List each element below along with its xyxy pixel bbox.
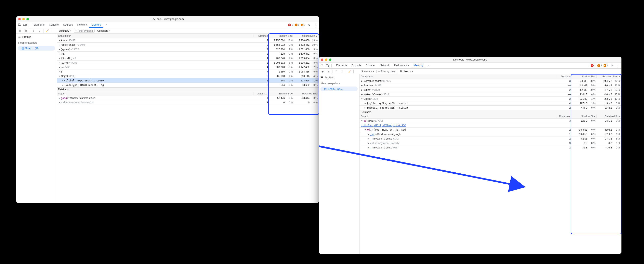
gc-icon[interactable]: 🧹 bbox=[347, 70, 352, 73]
tab-sources[interactable]: Sources bbox=[364, 63, 378, 68]
disclosure-triangle-icon[interactable] bbox=[58, 97, 60, 99]
tab-elements[interactable]: Elements bbox=[32, 22, 46, 28]
constructor-row[interactable]: (object shape) ×3040421 555 0329 %1 592 … bbox=[57, 43, 319, 47]
source-link[interactable]: c,dtl0hd,eHDfl,YV5bee,d,csi:753 bbox=[360, 124, 556, 127]
col-retained[interactable]: Retained Size bbox=[294, 92, 319, 95]
minimize-icon[interactable] bbox=[325, 58, 328, 61]
snapshot-item[interactable]: ▤ Snap… (16.… bbox=[18, 46, 55, 50]
kebab-icon[interactable]: ⋮ bbox=[616, 63, 620, 68]
titlebar[interactable]: DevTools - www.google.com/ bbox=[319, 57, 622, 62]
tab-network[interactable]: Network bbox=[75, 22, 89, 28]
col-distance[interactable]: Distance bbox=[556, 75, 572, 78]
disclosure-triangle-icon[interactable] bbox=[58, 44, 60, 46]
clear-icon[interactable]: ⊘ bbox=[326, 70, 331, 73]
constructor-row[interactable]: {global, exportPath_, CLOSU24440 %173 52… bbox=[57, 78, 319, 83]
constructor-row[interactable]: {NodeType, HtmlElement, Tag35040 %53 632… bbox=[57, 83, 319, 87]
disclosure-triangle-icon[interactable] bbox=[58, 75, 60, 77]
retainer-row[interactable]: Xd in {FOc, HOa, VC, jo, Sbd298.3 kB0 %6… bbox=[360, 128, 622, 132]
inspect-icon[interactable] bbox=[18, 23, 22, 27]
col-constructor[interactable]: Constructor bbox=[360, 75, 556, 78]
upload-icon[interactable]: ⤴ bbox=[31, 30, 36, 32]
gear-icon[interactable]: ⚙ bbox=[307, 23, 312, 27]
constructor-row[interactable]: Object ×1195285 7081 %660 1164 % bbox=[57, 74, 319, 78]
error-badge[interactable]: ✕1 bbox=[591, 64, 596, 67]
disclosure-triangle-icon[interactable] bbox=[61, 80, 64, 82]
device-icon[interactable] bbox=[23, 23, 27, 27]
profiles-header[interactable]: ☰ Profiles bbox=[319, 74, 359, 80]
disclosure-triangle-icon[interactable] bbox=[361, 80, 363, 82]
clear-icon[interactable]: ⊘ bbox=[24, 30, 28, 32]
col-retained[interactable]: Retained Size bbox=[597, 115, 622, 118]
titlebar[interactable]: DevTools - www.google.com/ bbox=[16, 16, 319, 22]
disclosure-triangle-icon[interactable] bbox=[367, 146, 370, 149]
constructor-row[interactable]: {global, exportPath_, CLOSUR2444 B0 %174… bbox=[360, 106, 622, 110]
disclosure-triangle-icon[interactable] bbox=[367, 133, 370, 135]
inspect-icon[interactable] bbox=[320, 63, 324, 68]
constructor-row[interactable]: jn ×94364389 9202 %1 147 4327 % bbox=[57, 65, 319, 70]
retainer-row[interactable]: value in system / Property30 B0 %0 B0 % bbox=[360, 141, 622, 146]
tab-console[interactable]: Console bbox=[350, 63, 363, 68]
kebab-icon[interactable]: ⋮ bbox=[313, 23, 318, 27]
col-retained[interactable]: Retained Size ▼ bbox=[294, 34, 319, 37]
retainer-row[interactable]: _ in system / Context @607236 B0 %476 B0… bbox=[360, 146, 622, 150]
disclosure-triangle-icon[interactable] bbox=[58, 71, 60, 73]
tab-memory[interactable]: Memory bbox=[89, 22, 103, 28]
tab-more[interactable]: » bbox=[426, 63, 431, 68]
constructor-row[interactable]: Object ×16182321 kB1 %2.3 MB10 % bbox=[360, 97, 622, 101]
disclosure-triangle-icon[interactable] bbox=[361, 89, 363, 91]
disclosure-triangle-icon[interactable] bbox=[361, 120, 363, 122]
constructor-row[interactable]: S71 5800 %1 054 4166 % bbox=[57, 70, 319, 74]
retainer-row[interactable]: value in system / PropertyCell300 %00 % bbox=[57, 100, 319, 105]
disclosure-triangle-icon[interactable] bbox=[58, 66, 60, 68]
download-icon[interactable]: ⤵ bbox=[37, 30, 42, 32]
disclosure-triangle-icon[interactable] bbox=[367, 142, 370, 144]
constructor-row[interactable]: (string) ×4725321 295 2328 %1 295 2328 % bbox=[57, 60, 319, 65]
tab-sources[interactable]: Sources bbox=[61, 22, 75, 28]
profiles-header[interactable]: ☰ Profiles bbox=[16, 34, 57, 40]
view-dropdown[interactable]: Summary bbox=[58, 29, 72, 33]
warning-badge[interactable]: !9 bbox=[295, 24, 300, 26]
disclosure-triangle-icon[interactable] bbox=[361, 84, 363, 86]
col-shallow[interactable]: Shallow Size bbox=[269, 34, 294, 37]
disclosure-triangle-icon[interactable] bbox=[61, 84, 64, 86]
retainer-row[interactable]: goog in Window / chrome-exten153 4760 %5… bbox=[57, 96, 319, 100]
gear-icon[interactable]: ⚙ bbox=[610, 63, 614, 68]
col-shallow[interactable]: Shallow Size bbox=[572, 115, 597, 118]
disclosure-triangle-icon[interactable] bbox=[367, 138, 370, 140]
col-shallow[interactable]: Shallow Size bbox=[572, 75, 597, 78]
col-object[interactable]: Object bbox=[57, 92, 254, 95]
snapshot-item[interactable]: ▤ Snap… (22.… bbox=[320, 86, 358, 91]
disclosure-triangle-icon[interactable] bbox=[58, 57, 60, 59]
view-dropdown[interactable]: Summary bbox=[360, 70, 375, 73]
retainer-row[interactable]: _ in system / Context @14228.2 kB0 %1.7 … bbox=[360, 136, 622, 141]
retainer-link-row[interactable]: c,dtl0hd,eHDfl,YV5bee,d,csi:753 bbox=[360, 123, 622, 128]
gc-icon[interactable]: 🧹 bbox=[45, 30, 50, 32]
constructor-row[interactable]: lKa31280 %1 509 8729 % bbox=[57, 52, 319, 56]
constructor-row[interactable]: Function ×34385—1.1 MB5 %5.0 MB22 % bbox=[360, 83, 622, 88]
col-distance[interactable]: Distance▲ bbox=[254, 92, 269, 95]
close-icon[interactable] bbox=[18, 18, 21, 20]
warning-badge[interactable]: !1 bbox=[597, 64, 602, 67]
constructor-row[interactable]: {SdcwHb} ×84203 0401 %1 369 0848 % bbox=[57, 56, 319, 60]
record-icon[interactable]: ◉ bbox=[320, 70, 325, 73]
allobjects-dropdown[interactable]: All objects bbox=[96, 29, 318, 33]
close-icon[interactable] bbox=[321, 58, 323, 61]
issues-badge[interactable]: ■2 bbox=[301, 24, 306, 26]
device-icon[interactable] bbox=[325, 63, 330, 68]
col-distance[interactable]: Distance bbox=[254, 34, 269, 37]
issues-badge[interactable]: ■1 bbox=[604, 64, 608, 67]
tab-more[interactable]: » bbox=[103, 22, 109, 28]
filter-input[interactable]: ⎃Filter by class bbox=[376, 70, 397, 73]
minimize-icon[interactable] bbox=[22, 18, 25, 20]
upload-icon[interactable]: ⤴ bbox=[334, 70, 338, 73]
disclosure-triangle-icon[interactable] bbox=[58, 102, 60, 104]
col-retained[interactable]: Retained Size ▼ bbox=[597, 75, 622, 78]
constructor-row[interactable]: (system) ×130702626 2044 %1 571 6809 % bbox=[57, 47, 319, 52]
tab-performance[interactable]: Performance bbox=[392, 63, 411, 68]
tab-memory[interactable]: Memory bbox=[412, 63, 425, 68]
disclosure-triangle-icon[interactable] bbox=[58, 62, 60, 64]
zoom-icon[interactable] bbox=[26, 18, 29, 20]
constructor-row[interactable]: (compiled code) ×10717636.4 MB28 %10.4 M… bbox=[360, 79, 622, 83]
traffic-lights[interactable] bbox=[321, 58, 332, 61]
disclosure-triangle-icon[interactable] bbox=[361, 94, 363, 96]
